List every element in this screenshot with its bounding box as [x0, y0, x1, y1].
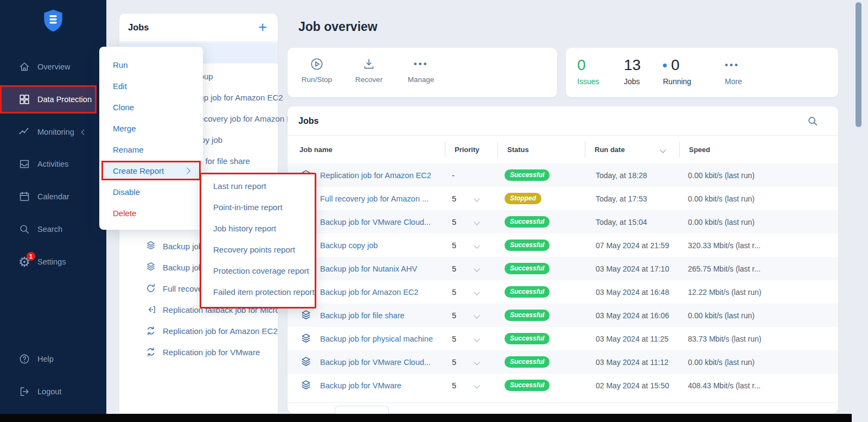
priority-value: - [452, 171, 468, 180]
submenu-item-recovery-points-report[interactable]: Recovery points report [201, 239, 315, 260]
jobs-panel-header: Jobs + [119, 14, 278, 42]
manage-button[interactable]: •••Manage [395, 48, 447, 97]
grid-icon [18, 93, 30, 105]
column-header-job-name[interactable]: Job name [299, 136, 445, 163]
recover-button[interactable]: Recover [343, 48, 395, 97]
jobs-list-item[interactable]: Replication job for VMware [145, 345, 260, 358]
context-menu-item-delete[interactable]: Delete [99, 203, 203, 224]
status-cell: Successful [497, 380, 585, 391]
sidebar-item-monitoring[interactable]: Monitoring [0, 119, 106, 145]
search-icon[interactable] [807, 115, 819, 127]
stat-running[interactable]: 0Running [663, 56, 691, 86]
priority-dropdown-chevron-icon[interactable] [474, 219, 480, 225]
priority-dropdown-chevron-icon[interactable] [474, 312, 480, 318]
context-menu-item-disable[interactable]: Disable [99, 181, 203, 203]
more-ellipsis-icon: ••• [725, 56, 739, 74]
table-row[interactable]: Replication job for Amazon EC2-Successfu… [288, 163, 838, 187]
sidebar-item-logout[interactable]: Logout [0, 379, 106, 405]
table-row[interactable]: Backup copy job5Successful07 May 2024 at… [288, 234, 838, 257]
table-row[interactable]: Backup job for VMware Cloud...5Successfu… [288, 210, 838, 234]
context-menu-item-clone[interactable]: Clone [99, 97, 203, 118]
submenu-item-job-history-report[interactable]: Job history report [201, 218, 315, 239]
sidebar-item-settings[interactable]: ⚙1Settings [0, 249, 106, 275]
submenu-item-label: Point-in-time report [213, 203, 283, 212]
priority-dropdown-chevron-icon[interactable] [474, 359, 480, 365]
priority-dropdown-chevron-icon[interactable] [474, 196, 480, 201]
speed-cell: 0.00 kbit/s (last run) [679, 218, 838, 226]
sort-chevron-icon[interactable] [660, 147, 666, 153]
table-row[interactable]: Backup job for VMware5Successful02 May 2… [288, 374, 838, 397]
inbox-icon [18, 158, 30, 170]
stat-label: Running [663, 77, 691, 86]
submenu-item-label: Job history report [213, 224, 276, 233]
submenu-item-protection-coverage-report[interactable]: Protection coverage report [201, 260, 315, 281]
stat-number: 0 [577, 56, 586, 74]
sidebar-item-help[interactable]: Help [0, 346, 106, 372]
priority-dropdown-chevron-icon[interactable] [474, 382, 480, 388]
context-menu-item-create-report[interactable]: Create Report [101, 161, 201, 180]
priority-cell: 5 [445, 288, 497, 297]
speed-cell: 265.75 Mbit/s (last r... [679, 264, 838, 273]
sidebar-item-overview[interactable]: Overview [0, 54, 106, 80]
priority-cell: 5 [445, 358, 497, 367]
job-name-cell: Replication job for Amazon EC2 [299, 169, 445, 182]
run-date-cell: 07 May 2024 at 21:59 [585, 241, 679, 250]
status-badge: Successful [505, 356, 550, 368]
priority-dropdown-chevron-icon[interactable] [474, 289, 480, 295]
run-date-cell: 03 May 2024 at 16:06 [585, 311, 679, 320]
priority-cell: 5 [445, 218, 497, 226]
column-header-speed[interactable]: Speed [679, 136, 838, 163]
table-row[interactable]: Backup job for VMware Cloud...5Successfu… [288, 350, 838, 374]
priority-value: 5 [452, 194, 468, 203]
status-badge: Stopped [505, 193, 541, 204]
stat-more[interactable]: •••More [725, 56, 742, 86]
column-header-label: Job name [299, 146, 333, 154]
run-stop-button[interactable]: Run/Stop [291, 48, 343, 97]
sidebar-item-activities[interactable]: Activities [0, 151, 106, 177]
sidebar-item-search[interactable]: Search [0, 216, 106, 242]
vertical-scrollbar[interactable] [856, 2, 861, 127]
job-context-menu: RunEditCloneMergeRenameCreate ReportDisa… [99, 47, 203, 230]
context-menu-item-merge[interactable]: Merge [99, 118, 203, 139]
table-row[interactable]: Full recovery job for Amazon ...5Stopped… [288, 187, 838, 210]
context-menu-item-label: Delete [113, 209, 136, 218]
job-name-cell: Backup job for Amazon EC2 [299, 286, 445, 299]
table-row[interactable]: Backup job for physical machine5Successf… [288, 327, 838, 350]
priority-dropdown-chevron-icon[interactable] [474, 336, 480, 342]
submenu-item-failed-item-protection-report[interactable]: Failed item protection report [201, 281, 315, 303]
sidebar-item-label: Monitoring [37, 128, 74, 136]
column-header-run-date[interactable]: Run date [585, 136, 679, 163]
add-job-button[interactable]: + [258, 20, 267, 35]
speed-cell: 0.00 kbit/s (last run) [679, 311, 838, 320]
submenu-item-point-in-time-report[interactable]: Point-in-time report [201, 197, 315, 218]
table-row[interactable]: Backup job for Amazon EC25Successful03 M… [288, 280, 838, 304]
context-menu-item-edit[interactable]: Edit [99, 75, 203, 97]
toolbar-button-label: Run/Stop [302, 75, 332, 84]
stat-issues[interactable]: 0Issues [577, 56, 599, 86]
jobs-list-item[interactable]: Replication job for Amazon EC2 [145, 324, 278, 337]
context-menu-item-label: Disable [113, 187, 140, 197]
table-row[interactable]: Backup job for file share5Successful03 M… [288, 304, 838, 327]
submenu-item-label: Failed item protection report [213, 287, 315, 297]
chevron-left-icon[interactable] [81, 129, 86, 135]
run-date-cell: 03 May 2024 at 17:10 [585, 264, 679, 273]
priority-dropdown-chevron-icon[interactable] [474, 266, 480, 272]
priority-cell: 5 [445, 335, 497, 343]
table-row[interactable]: Backup job for Nutanix AHV5Successful03 … [288, 257, 838, 280]
column-header-status[interactable]: Status [497, 136, 585, 163]
context-menu-item-run[interactable]: Run [99, 54, 203, 75]
speed-cell: 0.00 kbit/s (last run) [679, 358, 838, 367]
sidebar-item-data-protection[interactable]: Data Protection [0, 85, 97, 114]
context-menu-item-label: Create Report [113, 166, 164, 175]
sidebar-item-calendar[interactable]: Calendar [0, 184, 106, 210]
run-date-cell: 03 May 2024 at 11:12 [585, 358, 679, 367]
status-cell: Successful [497, 310, 585, 321]
priority-value: 5 [452, 335, 468, 343]
priority-dropdown-chevron-icon[interactable] [474, 242, 480, 248]
job-name-cell: Backup job for file share [299, 309, 445, 322]
submenu-item-last-run-report[interactable]: Last run report [201, 175, 315, 197]
job-name-cell: Backup job for VMware [299, 379, 445, 392]
stat-jobs[interactable]: 13Jobs [624, 56, 641, 86]
context-menu-item-rename[interactable]: Rename [99, 139, 203, 160]
column-header-priority[interactable]: Priority [445, 136, 497, 163]
